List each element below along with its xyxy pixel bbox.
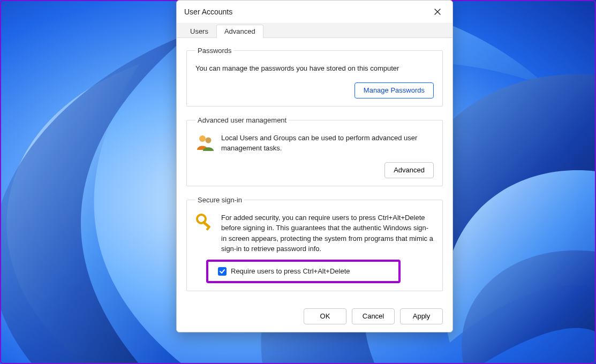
key-icon <box>195 213 215 232</box>
users-icon <box>195 133 215 152</box>
dialog-title: User Accounts <box>184 7 232 16</box>
group-passwords: Passwords You can manage the passwords y… <box>186 47 443 107</box>
group-secure-signin-legend: Secure sign-in <box>195 196 244 204</box>
user-management-desc: Local Users and Groups can be used to pe… <box>221 133 434 154</box>
group-user-management-legend: Advanced user management <box>195 116 289 124</box>
dialog-buttons: OK Cancel Apply <box>177 304 452 332</box>
passwords-desc: You can manage the passwords you have st… <box>195 63 434 74</box>
tab-users[interactable]: Users <box>182 25 216 38</box>
group-user-management: Advanced user management Local Users and… <box>186 116 443 186</box>
svg-point-1 <box>199 135 206 142</box>
highlight-box: Require users to press Ctrl+Alt+Delete <box>206 260 401 283</box>
close-button[interactable] <box>428 4 447 20</box>
user-accounts-dialog: User Accounts Users Advanced Passwords Y… <box>176 0 453 332</box>
group-passwords-legend: Passwords <box>195 47 234 55</box>
dialog-body: Passwords You can manage the passwords y… <box>177 38 452 304</box>
tab-advanced[interactable]: Advanced <box>216 25 263 38</box>
titlebar: User Accounts <box>177 1 452 23</box>
apply-button[interactable]: Apply <box>400 308 443 324</box>
checkbox-icon <box>218 267 227 276</box>
require-cad-checkbox[interactable]: Require users to press Ctrl+Alt+Delete <box>213 264 356 279</box>
tabstrip: Users Advanced <box>177 23 452 38</box>
advanced-button[interactable]: Advanced <box>384 162 434 178</box>
close-icon <box>434 9 441 15</box>
require-cad-label: Require users to press Ctrl+Alt+Delete <box>231 267 350 275</box>
cancel-button[interactable]: Cancel <box>352 308 395 324</box>
secure-signin-desc: For added security, you can require user… <box>221 213 434 254</box>
ok-button[interactable]: OK <box>304 308 346 324</box>
desktop: User Accounts Users Advanced Passwords Y… <box>0 0 596 364</box>
manage-passwords-button[interactable]: Manage Passwords <box>354 82 434 98</box>
svg-point-2 <box>206 137 212 143</box>
group-secure-signin: Secure sign-in For added security, you c… <box>186 196 443 291</box>
